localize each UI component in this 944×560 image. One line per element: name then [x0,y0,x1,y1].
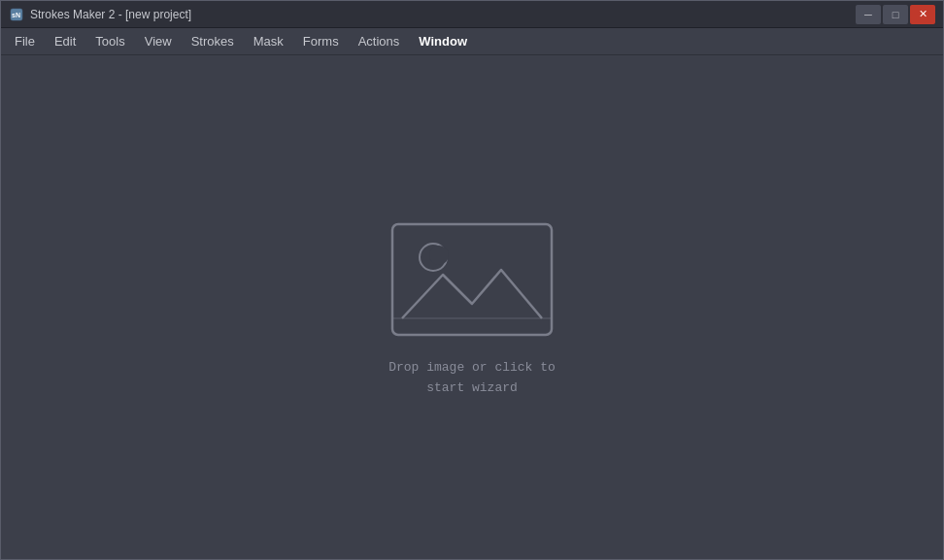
menu-item-actions[interactable]: Actions [349,30,410,52]
menu-item-edit[interactable]: Edit [45,30,85,52]
close-button[interactable]: ✕ [910,5,935,24]
menu-item-forms[interactable]: Forms [293,30,349,52]
drop-text: Drop image or click tostart wizard [388,358,556,399]
title-bar: sN Strokes Maker 2 - [new project] ─ □ ✕ [1,1,943,28]
menu-item-view[interactable]: View [135,30,182,52]
svg-point-4 [429,246,449,265]
app-icon: sN [9,7,24,22]
menu-bar: FileEditToolsViewStrokesMaskFormsActions… [1,28,943,55]
app-window: sN Strokes Maker 2 - [new project] ─ □ ✕… [0,0,944,560]
title-bar-left: sN Strokes Maker 2 - [new project] [9,7,191,22]
menu-item-strokes[interactable]: Strokes [182,30,244,52]
menu-item-mask[interactable]: Mask [244,30,293,52]
menu-item-window[interactable]: Window [409,30,477,52]
maximize-button[interactable]: □ [883,5,908,24]
svg-text:sN: sN [12,12,20,18]
drop-zone[interactable]: Drop image or click tostart wizard [385,216,559,399]
main-content[interactable]: Drop image or click tostart wizard [1,55,943,559]
menu-item-file[interactable]: File [5,30,45,52]
image-placeholder-icon [385,216,559,343]
window-controls: ─ □ ✕ [856,5,935,24]
window-title: Strokes Maker 2 - [new project] [30,8,191,21]
minimize-button[interactable]: ─ [856,5,881,24]
menu-item-tools[interactable]: Tools [85,30,134,52]
